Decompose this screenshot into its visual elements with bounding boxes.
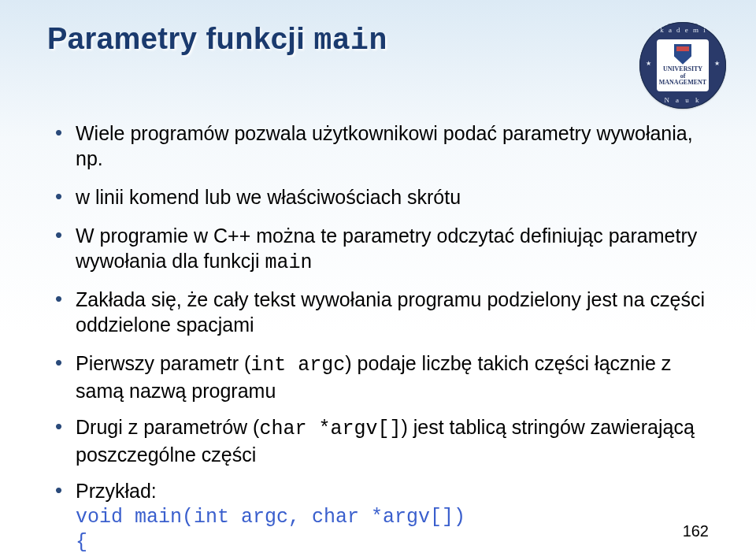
slide-content: Wiele programów pozwala użytkownikowi po… [55, 121, 709, 553]
page-number: 162 [683, 522, 709, 540]
bullet-item: Pierwszy parametr (int argc) podaje licz… [55, 351, 709, 403]
bullet-item: Przykład: void main(int argc, char *argv… [55, 478, 709, 553]
logo-inner: UNIVERSITY of MANAGEMENT [657, 39, 709, 91]
code-line: void main(int argc, char *argv[]) [76, 506, 465, 529]
logo-ring-bottom-text: N a u k [639, 96, 726, 104]
logo-text-line3: MANAGEMENT [659, 80, 706, 87]
star-icon: ★ [714, 60, 720, 67]
bullet-item: Wiele programów pozwala użytkownikowi po… [55, 121, 709, 173]
bullet-text: Drugi z parametrów ( [76, 416, 259, 438]
bullet-text: Zakłada się, że cały tekst wywołania pro… [76, 288, 705, 336]
code-line: { [76, 531, 87, 553]
title-text: Parametry funkcji [47, 22, 313, 55]
logo-ring-top-text: A k a d e m i a [639, 26, 726, 34]
bullet-code: main [265, 251, 312, 274]
bullet-item: Zakłada się, że cały tekst wywołania pro… [55, 287, 709, 340]
bullet-code: char *argv[] [259, 418, 401, 440]
bullet-text: W programie w C++ można te parametry odc… [76, 225, 697, 272]
bullet-list: Wiele programów pozwala użytkownikowi po… [55, 121, 709, 553]
bullet-code: int argc [250, 354, 345, 377]
bullet-item: Drugi z parametrów (char *argv[]) jest t… [55, 414, 709, 467]
code-example: void main(int argc, char *argv[]) { for … [76, 505, 709, 553]
bullet-text: Przykład: [76, 480, 157, 502]
university-logo: A k a d e m i a N a u k ★ ★ UNIVERSITY o… [639, 22, 726, 109]
bullet-item: W programie w C++ można te parametry odc… [55, 223, 709, 276]
bullet-text: Wiele programów pozwala użytkownikowi po… [76, 122, 693, 169]
title-code: main [313, 24, 387, 58]
bullet-text: Pierwszy parametr ( [76, 352, 250, 374]
slide-title: Parametry funkcji main [47, 22, 709, 58]
bullet-item: w linii komend lub we właściwościach skr… [55, 184, 709, 212]
star-icon: ★ [646, 60, 651, 67]
bullet-text: w linii komend lub we właściwościach skr… [76, 186, 461, 208]
shield-icon [674, 44, 691, 65]
